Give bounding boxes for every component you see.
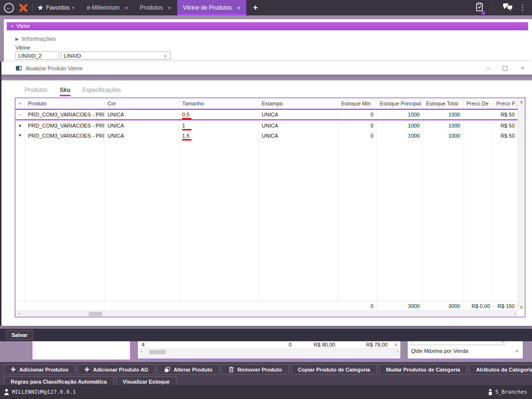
top-tab[interactable]: Vitrine de Produtos × [177,0,246,15]
cell-estoque-min[interactable]: 0 [338,130,377,141]
kebab-menu-icon[interactable]: ⋮ [518,3,527,12]
back-button[interactable]: ← [4,3,14,13]
cell-cor[interactable]: UNICA [105,130,179,141]
table-row[interactable]: ▲ PRD_COM3_VARIACOES - PRD_CO... UNICA 1… [15,120,518,130]
column-header[interactable]: Estoque Principal [377,98,423,109]
vitrine-field-label: Vitrine [15,45,532,51]
save-button[interactable]: Salvar [6,330,33,340]
cell-estoque-total[interactable]: 1000 [423,130,464,141]
dialog-tab[interactable]: Produtos [25,87,48,96]
cell-estoque-principal[interactable]: 1000 [377,120,423,130]
scroll-down-icon[interactable]: ∨ [394,342,398,347]
sku-table: +ProdutoCorTamanhoEstampaEstoque MinEsto… [15,98,525,317]
table-body: − PRD_COM3_VARIACOES - PRD_CO... UNICA 0… [15,109,525,141]
informacoes-section-toggle[interactable]: ▶ Informações [15,36,532,42]
cell-preco-de[interactable] [464,120,493,130]
toolbar-button[interactable]: Atributos da Categoria [469,364,532,374]
row-marker[interactable]: ▲ [15,120,25,130]
scroll-up-icon[interactable]: ∧ [518,100,525,104]
cell-preco-p[interactable]: R$ 50 [493,130,518,141]
cell-estampa[interactable]: UNICA [259,120,338,130]
user-icon [4,389,9,395]
cell-preco-p[interactable]: R$ 50 [493,120,518,130]
toolbar-button[interactable]: Remover Produto [222,364,289,374]
column-header[interactable]: Estampa [259,98,338,109]
column-header[interactable]: Produto [25,98,105,109]
table-row[interactable]: ▼ PRD_COM3_VARIACOES - PRD_CO... UNICA 1… [15,130,518,141]
scroll-down-icon[interactable]: ∨ [518,305,525,309]
minimize-icon[interactable]: – [486,64,490,72]
vitrine-code-input[interactable] [15,51,59,60]
column-header[interactable]: Preco P... [493,98,518,109]
background-table-row[interactable]: 4 0 R$ 80,00 R$ 78,00 ∨ [138,341,400,348]
toolbar-button[interactable]: Adicionar Produto AG [78,364,155,374]
toolbar-button[interactable]: Adicionar Produtos [4,364,75,374]
tab-close-icon[interactable]: × [168,4,172,12]
cell-estampa[interactable]: UNICA [259,130,338,141]
scroll-left-icon[interactable]: ‹ [18,311,20,317]
scroll-right-icon[interactable]: › [514,311,516,317]
tab-close-icon[interactable]: × [124,4,128,12]
maximize-icon[interactable] [503,66,507,71]
tasks-button[interactable] [475,2,484,14]
favorites-menu[interactable]: ★ Favoritos ▾ [37,3,74,12]
add-row-button[interactable]: + [15,98,25,109]
cell-tamanho[interactable]: 1 [179,120,259,130]
row-marker[interactable]: ▼ [15,130,25,141]
cell-tamanho[interactable]: 1,5 [179,130,259,141]
background-table: 4 0 R$ 80,00 R$ 78,00 ∨ ‹ › [137,340,401,359]
column-header[interactable]: Preco De [464,98,493,109]
vitrine-panel: ▼ Vitrine ▶ Informações Vitrine LINXIO ∨ [4,19,532,62]
row-marker[interactable]: − [15,110,25,119]
scroll-right-icon[interactable]: › [397,348,399,354]
vertical-scrollbar[interactable]: ∧ ∨ [518,98,525,310]
vitrine-section-header[interactable]: ▼ Vitrine [7,22,528,30]
toolbar-button[interactable]: Mudar Produtos de Categoria [379,364,467,374]
background-textbox[interactable] [32,340,131,360]
vitrine-name-select[interactable]: LINXIO ∨ [61,51,171,60]
qtde-maxima-select[interactable]: Qtde Máxima por Venda ∨ [411,348,519,354]
cell-estoque-total[interactable]: 1000 [423,110,464,119]
total-estoque-principal: 3000 [377,301,423,310]
messages-button[interactable] [503,3,513,13]
horizontal-scrollbar[interactable]: ‹ › [15,310,518,317]
tab-close-icon[interactable]: × [237,4,240,12]
cell-preco-de[interactable] [464,130,493,141]
cell-produto[interactable]: PRD_COM3_VARIACOES - PRD_CO... [25,110,105,119]
scroll-left-icon[interactable]: ‹ [141,348,142,354]
cell-cor[interactable]: UNICA [105,120,179,130]
column-header[interactable]: Estoque Min [338,98,377,109]
cell-estoque-min[interactable]: 0 [338,110,377,119]
column-header[interactable]: Cor [105,98,179,109]
background-select[interactable]: ∨ [411,341,505,345]
table-row[interactable]: − PRD_COM3_VARIACOES - PRD_CO... UNICA 0… [15,109,518,120]
cell-cor[interactable]: UNICA [105,110,179,119]
add-tab-button[interactable]: + [253,3,258,13]
toolbar-button[interactable]: Copiar Produto de Categoria [291,364,377,374]
cell-estoque-principal[interactable]: 1000 [377,110,423,119]
column-header[interactable]: Tamanho [179,98,259,109]
top-tab[interactable]: Produtos × [134,0,177,15]
scrollbar-thumb[interactable] [89,312,102,316]
cell-preco-de[interactable] [464,110,493,119]
scrollbar-thumb[interactable] [149,350,166,354]
cell-estoque-min[interactable]: 0 [338,120,377,130]
cell-estampa[interactable]: UNICA [259,110,338,119]
close-icon[interactable]: × [520,64,524,72]
cell-produto[interactable]: PRD_COM3_VARIACOES - PRD_CO... [25,130,105,141]
toolbar-button[interactable]: Alterar Produto [158,364,219,374]
back-arrow-icon: ← [6,4,12,11]
star-icon: ★ [37,3,43,12]
cell-tamanho[interactable]: 0,5 [179,110,259,119]
top-tab[interactable]: e-Millennium × [81,0,134,15]
dialog-tab[interactable]: Especificações [82,87,121,96]
column-header[interactable]: Estoque Total [423,98,464,109]
cell-produto[interactable]: PRD_COM3_VARIACOES - PRD_CO... [25,120,105,130]
top-bar: ← ★ Favoritos ▾ e-Millennium × Produtos … [0,0,532,15]
horizontal-scrollbar[interactable]: ‹ › [138,348,400,359]
cell-estoque-total[interactable]: 1000 [423,120,464,130]
dialog-tabs: Produtos Sku Especificações [25,87,532,96]
dialog-tab[interactable]: Sku [60,87,70,96]
cell-preco-p[interactable]: R$ 50 [493,110,518,119]
cell-estoque-principal[interactable]: 1000 [377,130,423,141]
